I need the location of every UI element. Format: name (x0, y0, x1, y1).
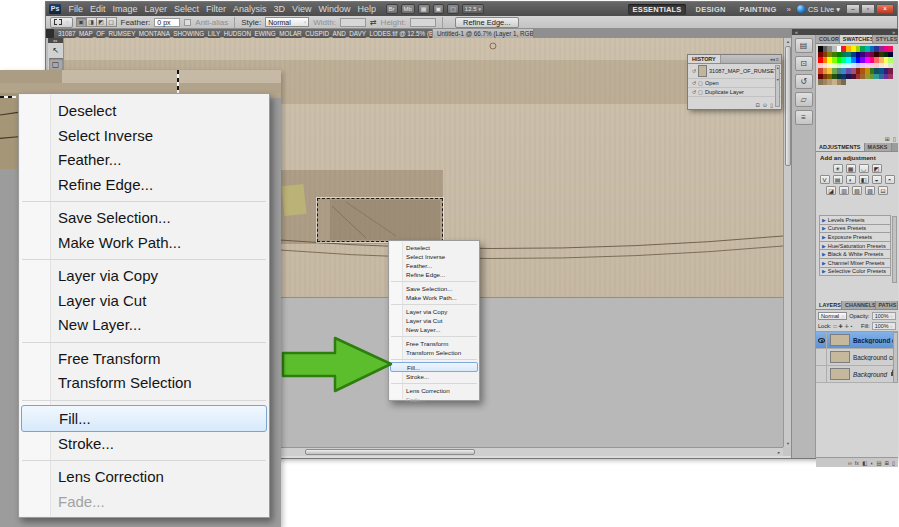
menu-item[interactable]: New Layer... (19, 313, 269, 338)
panel-footer-icon[interactable]: ⊞ (885, 135, 890, 142)
history-state-row[interactable]: ↺ ▢ Open (688, 79, 781, 88)
layers-footer-icon[interactable]: ◐ (870, 460, 873, 466)
history-brush-icon[interactable]: ↺ (690, 68, 698, 74)
panel-tab[interactable]: STYLES (873, 35, 898, 43)
panel-footer-icon[interactable]: ▯ (893, 135, 896, 142)
menu-item[interactable]: Refine Edge... (19, 173, 269, 198)
history-footer-icon[interactable]: ⊟ (755, 102, 759, 108)
layers-scrollbar[interactable] (893, 332, 898, 383)
menu-item[interactable]: Fill... (390, 362, 478, 372)
menu-item[interactable]: Feather... (19, 148, 269, 173)
menubar-item[interactable]: 3D (270, 2, 289, 16)
panel-tab[interactable]: MASKS (865, 143, 892, 151)
menu-item[interactable]: Lens Correction (19, 465, 269, 490)
menu-item[interactable]: Free Transform (389, 339, 479, 348)
history-footer-icon[interactable]: ▯ (770, 102, 773, 108)
history-footer-icon[interactable]: ⊙ (763, 102, 767, 108)
tool-button[interactable]: ↖ (49, 44, 63, 57)
panel-tab[interactable]: CHANNELS (842, 301, 876, 309)
tools-collapse-bar[interactable]: ▸▸ (48, 38, 63, 43)
style-select[interactable]: Normal ▾ (265, 17, 309, 27)
panel-tab[interactable]: PATHS (876, 301, 899, 309)
menu-item[interactable]: Layer via Cut (19, 289, 269, 314)
menubar-item[interactable]: Select (171, 2, 203, 16)
adjustment-icon[interactable]: V (820, 175, 830, 184)
menubar-item[interactable]: Analysis (230, 2, 271, 16)
menubar-item[interactable]: Layer (141, 2, 171, 16)
layers-footer-icon[interactable]: fx (855, 460, 859, 466)
menu-item[interactable]: Transform Selection (389, 348, 479, 357)
history-state-row[interactable]: ↺ ▢ 31087_MAP_OF_RUMSEY_... (688, 64, 781, 79)
anti-alias-checkbox[interactable] (184, 19, 191, 26)
horizontal-scroll-thumb[interactable] (305, 449, 475, 455)
collapsed-panel-icon[interactable]: ↺ (795, 74, 813, 89)
adjustment-icon[interactable]: ◪ (826, 186, 836, 195)
lock-option-icon[interactable]: ✚ (838, 323, 842, 329)
adjustment-icon[interactable]: ◡ (859, 164, 869, 173)
adjustment-icon[interactable]: ☀ (833, 164, 843, 173)
menubar-item[interactable]: Window (315, 2, 354, 16)
adjustment-icon[interactable]: ▨ (865, 186, 875, 195)
menu-item[interactable]: Layer via Cut (389, 316, 479, 325)
feather-input[interactable]: 0 px (154, 18, 180, 27)
appbar-tool-icon[interactable]: ▦ (418, 4, 430, 14)
menu-item[interactable]: Refine Edge... (389, 270, 479, 279)
menubar-item[interactable]: View (289, 2, 315, 16)
panel-tab[interactable]: ADJUSTMENTS (816, 143, 865, 151)
menubar-item[interactable]: Filter (203, 2, 230, 16)
layer-row[interactable]: Background (816, 366, 898, 383)
appbar-tool-icon[interactable]: ▢ (447, 4, 459, 14)
menu-item[interactable]: Save Selection... (389, 284, 479, 293)
layers-footer-icon[interactable]: ◧ (862, 460, 867, 466)
layers-footer-icon[interactable]: ∞ (848, 460, 852, 466)
adjustment-icon[interactable]: ◓ (885, 175, 895, 184)
visibility-cell[interactable] (816, 349, 827, 366)
swap-dimensions-icon[interactable]: ⇄ (370, 18, 377, 27)
width-input[interactable] (340, 18, 366, 27)
menu-item[interactable]: Stroke... (389, 372, 479, 381)
menu-item[interactable]: Deselect (19, 99, 269, 124)
current-tool-preset[interactable]: ▾ (50, 17, 73, 28)
visibility-cell[interactable] (816, 332, 827, 349)
workspace-button[interactable]: PAINTING (736, 4, 781, 15)
menu-item[interactable]: Select Inverse (19, 124, 269, 149)
menu-item[interactable]: Feather... (389, 261, 479, 270)
collapsed-panel-icon[interactable]: ▱ (795, 92, 813, 107)
workspace-button[interactable]: ESSENTIALS (628, 4, 685, 15)
menu-item[interactable]: Fade... (389, 395, 479, 404)
menu-item[interactable]: Transform Selection (19, 371, 269, 396)
collapsed-panel-icon[interactable]: ≡ (795, 110, 813, 125)
refine-edge-button[interactable]: Refine Edge... (455, 17, 519, 28)
adjustment-icon[interactable]: ◒ (872, 175, 882, 184)
menu-item[interactable]: Fill... (21, 405, 267, 432)
menu-item[interactable]: Make Work Path... (389, 293, 479, 302)
history-scrollbar[interactable]: ▲▼ (775, 65, 780, 107)
appbar-tool-icon[interactable]: Mb (401, 4, 415, 14)
color-swatch[interactable] (888, 74, 893, 80)
menu-item[interactable]: Stroke... (19, 432, 269, 457)
marquee-selection[interactable] (317, 198, 443, 242)
menubar-item[interactable]: File (65, 2, 87, 16)
window-control-button[interactable]: ▫ (861, 4, 875, 14)
window-control-button[interactable]: – (846, 4, 860, 14)
history-brush-icon[interactable]: ↺ (690, 80, 698, 86)
blend-mode-select[interactable]: Normal ▾ (818, 312, 847, 320)
layers-footer-icon[interactable]: ▤ (876, 460, 881, 466)
adjustment-icon[interactable]: ▥ (839, 186, 849, 195)
adjustment-icon[interactable]: ◧ (859, 175, 869, 184)
appbar-tool-icon[interactable]: Br (386, 4, 398, 14)
adjustment-icon[interactable]: ▦ (846, 164, 856, 173)
layer-row[interactable]: Background copy 2 (816, 332, 898, 349)
appbar-tool-icon[interactable]: ▣ (433, 4, 445, 14)
lock-option-icon[interactable]: ▪ (851, 323, 853, 329)
layer-row[interactable]: Background copy (816, 349, 898, 366)
workspace-overflow-icon[interactable]: » (786, 5, 790, 14)
menu-item[interactable]: Lens Correction (389, 386, 479, 395)
menubar-item[interactable]: Help (354, 2, 380, 16)
menu-item[interactable]: Layer via Copy (19, 264, 269, 289)
menu-item[interactable]: Make Work Path... (19, 231, 269, 256)
intersect-selection-mode-button[interactable]: ▢ (106, 17, 117, 27)
panel-tab[interactable]: COLOR (816, 35, 840, 43)
history-state-row[interactable]: ↺ ▢ Duplicate Layer (688, 88, 781, 97)
presets-scrollbar[interactable] (892, 216, 897, 283)
